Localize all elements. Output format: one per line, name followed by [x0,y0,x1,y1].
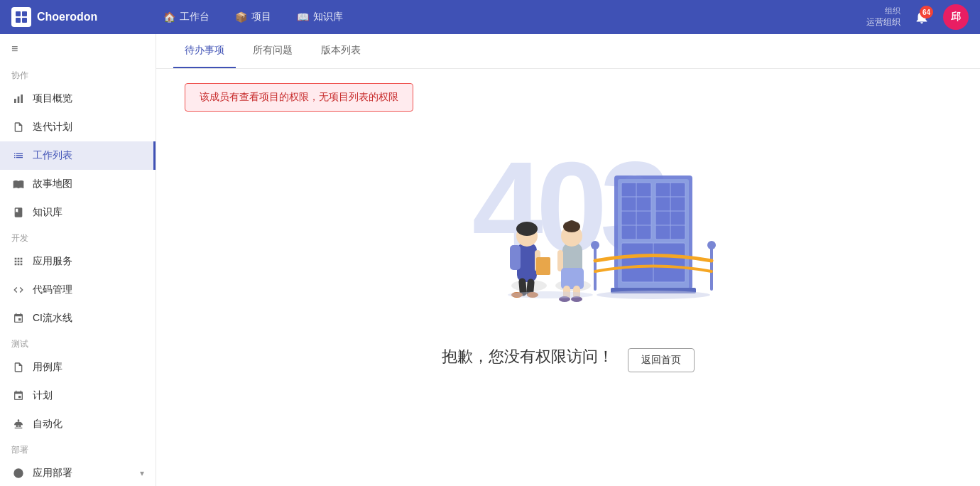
sidebar-item-use-case[interactable]: 用例库 [0,353,156,382]
nav-knowledge[interactable]: 📖 知识库 [287,6,353,28]
svg-rect-4 [14,99,16,103]
story-map-icon [11,177,26,191]
content-body: 该成员有查看项目的权限，无项目列表的权限 403 [156,69,980,486]
sidebar-item-story-map[interactable]: 故事地图 [0,170,156,198]
book-icon: 📖 [297,11,309,23]
nav-project[interactable]: 📦 项目 [225,6,281,28]
top-nav-items: 🏠 工作台 📦 项目 📖 知识库 [153,6,866,28]
pipeline-icon [11,311,26,325]
main-layout: ≡ 协作 项目概览 迭代计划 工作列表 故事地图 [0,34,980,486]
sidebar-item-iteration-plan[interactable]: 迭代计划 [0,113,156,141]
usecase-icon [11,360,26,374]
deploy-icon [11,466,26,480]
tab-todo[interactable]: 待办事项 [173,34,236,68]
logo-text: Choerodon [37,11,97,23]
svg-rect-33 [510,245,521,270]
access-denied-text: 抱歉，您没有权限访问！ [442,346,614,367]
tab-all-issues[interactable]: 所有问题 [241,34,304,68]
svg-rect-32 [536,257,550,275]
list-icon [11,148,26,163]
return-home-button[interactable]: 返回首页 [628,348,695,372]
code-icon [11,283,26,297]
svg-point-7 [13,468,23,477]
section-label-dev: 开发 [0,227,156,247]
bottom-row: 抱歉，您没有权限访问！ 返回首页 [442,339,695,382]
svg-rect-43 [557,250,563,271]
sidebar-item-ci-pipeline[interactable]: CI流水线 [0,304,156,333]
knowledge-icon [11,205,26,220]
tab-version-list[interactable]: 版本列表 [310,34,372,68]
svg-point-50 [508,291,593,298]
cube-icon: 📦 [235,11,247,23]
notification-badge: 64 [920,6,933,18]
chevron-down-icon: ▾ [140,468,144,478]
top-nav-right: 组织 运营组织 64 邱 [866,4,969,30]
svg-point-49 [597,291,710,299]
svg-rect-6 [21,94,23,103]
sidebar-item-work-list[interactable]: 工作列表 [0,141,156,170]
bar-chart-icon [11,92,26,106]
section-label-collab: 协作 [0,64,156,85]
top-navigation: Choerodon 🏠 工作台 📦 项目 📖 知识库 组织 运营组织 64 邱 [0,0,980,34]
section-label-test: 测试 [0,333,156,353]
robot-icon [11,417,26,431]
doc-icon [11,120,26,134]
sidebar-item-app-deploy[interactable]: 应用部署 ▾ [0,459,156,486]
sidebar-item-code-management[interactable]: 代码管理 [0,276,156,304]
home-icon: 🏠 [163,11,175,23]
svg-point-25 [591,241,599,249]
svg-rect-3 [22,18,27,23]
svg-rect-44 [561,268,584,289]
org-info: 组织 运营组织 [866,6,900,28]
notification-button[interactable]: 64 [909,4,935,30]
sidebar-item-knowledge[interactable]: 知识库 [0,198,156,227]
sidebar-item-plan[interactable]: 计划 [0,382,156,410]
403-illustration [405,133,731,318]
svg-rect-2 [16,18,21,23]
logo-icon [11,7,31,27]
svg-point-26 [707,241,716,249]
hamburger-menu[interactable]: ≡ [0,34,156,64]
section-label-deploy: 部署 [0,438,156,459]
svg-point-42 [567,220,576,229]
sidebar-item-project-overview[interactable]: 项目概览 [0,85,156,113]
svg-point-30 [516,222,538,236]
tabs-bar: 待办事项 所有问题 版本列表 [156,34,980,69]
error-banner: 该成员有查看项目的权限，无项目列表的权限 [185,83,413,112]
apps-icon [11,254,26,269]
logo[interactable]: Choerodon [11,7,153,27]
svg-rect-1 [22,11,27,16]
calendar-icon [11,389,26,403]
content-area: 待办事项 所有问题 版本列表 该成员有查看项目的权限，无项目列表的权限 403 [156,34,980,486]
sidebar-item-app-service[interactable]: 应用服务 [0,247,156,276]
illustration-area: 403 [355,126,781,325]
user-avatar[interactable]: 邱 [943,4,969,30]
sidebar: ≡ 协作 项目概览 迭代计划 工作列表 故事地图 [0,34,156,486]
nav-workbench[interactable]: 🏠 工作台 [153,6,219,28]
svg-rect-5 [18,97,20,103]
sidebar-item-automation[interactable]: 自动化 [0,410,156,438]
svg-rect-0 [16,11,21,16]
